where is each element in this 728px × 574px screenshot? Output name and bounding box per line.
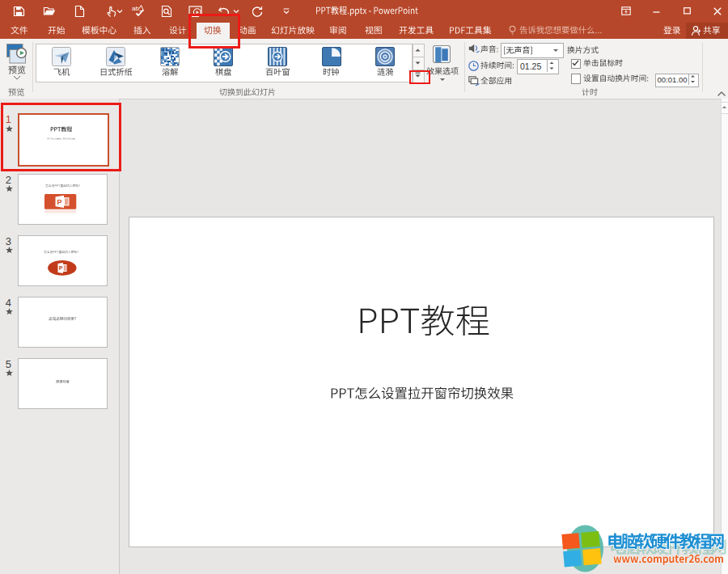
svg-text:P: P [59,265,63,271]
svg-text:P: P [57,198,62,206]
svg-text:ab: ab [132,5,139,12]
